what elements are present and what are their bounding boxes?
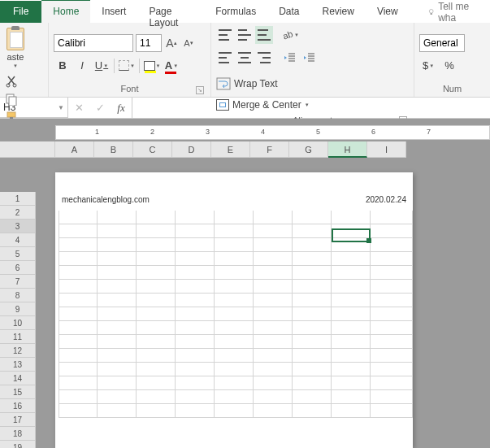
cell[interactable] [59,224,98,238]
align-bottom-button[interactable] [255,26,273,44]
cell[interactable] [59,349,98,363]
cell[interactable] [371,349,413,363]
cut-icon[interactable] [5,75,18,88]
cell[interactable] [98,349,137,363]
cell[interactable] [293,321,332,335]
row-header-18[interactable]: 18 [0,427,36,441]
cell[interactable] [371,335,413,349]
row-header-8[interactable]: 8 [0,289,36,302]
col-header-a[interactable]: A [55,141,94,158]
cell[interactable] [176,307,215,321]
cell[interactable] [254,363,293,376]
cell[interactable] [215,307,254,321]
cell[interactable] [215,404,254,418]
tab-page-layout[interactable]: Page Layout [137,0,204,23]
cell[interactable] [371,238,413,252]
cell[interactable] [176,280,215,294]
row-header-9[interactable]: 9 [0,302,36,316]
cell[interactable] [176,238,215,252]
cell[interactable] [332,335,371,349]
cell[interactable] [176,363,215,376]
cell[interactable] [371,307,413,321]
cell[interactable] [215,224,254,238]
cell[interactable] [137,224,176,238]
col-header-i[interactable]: I [367,141,406,158]
cell[interactable] [332,224,371,238]
cell[interactable] [137,363,176,376]
cell[interactable] [371,376,413,390]
cell[interactable] [137,390,176,404]
enter-formula-button[interactable]: ✓ [89,102,111,114]
cell[interactable] [371,294,413,307]
row-header-1[interactable]: 1 [0,192,36,206]
cell[interactable] [98,280,137,294]
col-header-d[interactable]: D [172,141,211,158]
cell[interactable] [176,321,215,335]
cell[interactable] [137,252,176,266]
col-header-b[interactable]: B [94,141,133,158]
cell[interactable] [98,211,137,224]
cell-grid[interactable] [55,211,413,418]
col-header-h[interactable]: H [328,141,367,158]
row-header-3[interactable]: 3 [0,220,36,233]
cell[interactable] [98,238,137,252]
cell[interactable] [371,252,413,266]
cell[interactable] [215,280,254,294]
cell[interactable] [59,294,98,307]
row-header-13[interactable]: 13 [0,358,36,372]
font-dialog-launcher[interactable]: ↘ [196,86,204,94]
cell[interactable] [137,349,176,363]
bold-button[interactable]: B [54,57,72,75]
cell[interactable] [332,390,371,404]
cell[interactable] [215,238,254,252]
percent-button[interactable]: % [440,57,458,75]
cell[interactable] [215,349,254,363]
cell[interactable] [176,252,215,266]
tab-view[interactable]: View [366,0,410,23]
cell[interactable] [176,224,215,238]
cell[interactable] [59,266,98,280]
tab-data[interactable]: Data [267,0,310,23]
cell[interactable] [332,294,371,307]
align-middle-button[interactable] [236,26,254,44]
cell[interactable] [254,266,293,280]
merge-center-button[interactable]: Merge & Center ▼ [216,96,409,114]
row-header-11[interactable]: 11 [0,330,36,344]
cell[interactable] [332,266,371,280]
cell[interactable] [293,224,332,238]
cell[interactable] [254,335,293,349]
cell[interactable] [293,335,332,349]
tab-review[interactable]: Review [311,0,366,23]
page-header-right[interactable]: 2020.02.24 [366,195,406,204]
font-size-select[interactable] [136,34,162,52]
cell[interactable] [98,363,137,376]
cell[interactable] [215,376,254,390]
select-all-corner[interactable] [0,141,55,158]
tab-home[interactable]: Home [41,0,90,23]
cell[interactable] [98,321,137,335]
cell[interactable] [293,238,332,252]
cell[interactable] [98,335,137,349]
row-header-15[interactable]: 15 [0,385,36,399]
cell[interactable] [254,211,293,224]
cell[interactable] [215,252,254,266]
copy-icon[interactable] [5,93,18,106]
col-header-e[interactable]: E [211,141,250,158]
cell[interactable] [98,404,137,418]
cell[interactable] [293,294,332,307]
row-header-5[interactable]: 5 [0,247,36,261]
col-header-c[interactable]: C [133,141,172,158]
cell[interactable] [176,376,215,390]
cell[interactable] [254,404,293,418]
cell[interactable] [371,224,413,238]
cell[interactable] [98,252,137,266]
increase-indent-button[interactable] [301,49,319,67]
cell[interactable] [293,349,332,363]
cell[interactable] [137,211,176,224]
row-header-7[interactable]: 7 [0,275,36,289]
paste-button[interactable]: aste ▼ [5,26,26,70]
cell[interactable] [59,211,98,224]
borders-button[interactable]: ▼ [118,57,136,75]
tab-formulas[interactable]: Formulas [204,0,267,23]
cell[interactable] [59,376,98,390]
